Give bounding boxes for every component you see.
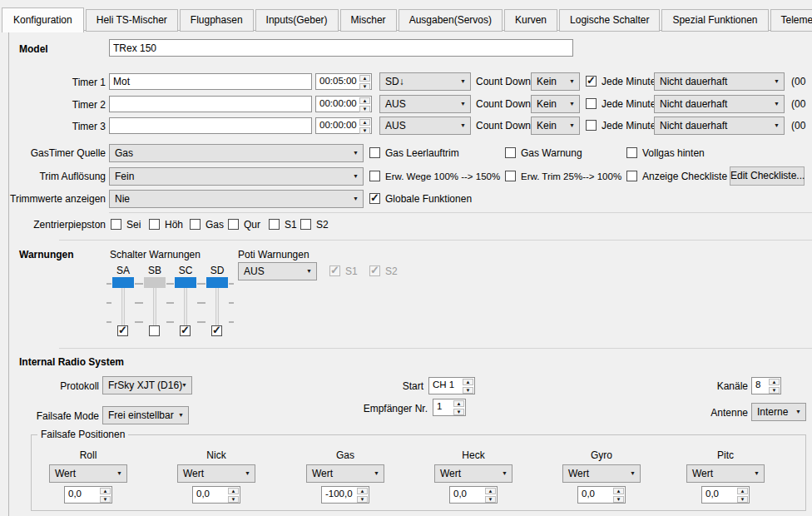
timer2-trigger-select[interactable]: AUS — [379, 95, 471, 113]
spinner-buttons[interactable]: ▲▼ — [612, 487, 625, 503]
switch-sc-warning-checkbox[interactable] — [180, 325, 191, 336]
tab-telemetrie[interactable]: Telemetrie — [770, 9, 812, 32]
timer2-time-spinner[interactable]: 00:00:00 ▲▼ — [315, 96, 372, 112]
poti-warnungen-select[interactable]: AUS — [238, 262, 317, 280]
switch-sc-slider-handle[interactable] — [175, 277, 196, 288]
zentrier-qur-checkbox[interactable] — [228, 219, 239, 230]
tab-mischer[interactable]: Mischer — [340, 9, 397, 32]
switch-sa-slider-handle[interactable] — [112, 277, 134, 288]
timer2-minute-checkbox[interactable] — [586, 98, 597, 109]
tab-spezial-funktionen[interactable]: Spezial Funktionen — [661, 9, 768, 32]
zentrier-sei-checkbox[interactable] — [111, 219, 121, 230]
spinner-buttons[interactable]: ▲▼ — [359, 74, 371, 89]
timer1-countdown-select[interactable]: Kein — [531, 72, 580, 91]
failsafe-heck-value-spinner[interactable]: 0,0 ▲▼ — [449, 486, 498, 504]
failsafe-nick-mode-select[interactable]: Wert — [177, 464, 255, 483]
spinner-buttons[interactable]: ▲▼ — [227, 487, 240, 503]
zentrier-gas-checkbox[interactable] — [190, 219, 201, 230]
zentrier-hoeh-checkbox[interactable] — [149, 219, 160, 230]
switch-sb-slider-handle[interactable] — [144, 277, 166, 288]
switch-sa-warning-checkbox[interactable] — [117, 325, 128, 336]
failsafe-pitc-mode-select[interactable]: Wert — [686, 464, 765, 483]
gas-leerlauftrim-checkbox[interactable] — [369, 147, 380, 158]
failsafe-roll-mode-select[interactable]: Wert — [49, 464, 127, 483]
gas-warnung-checkbox[interactable] — [505, 147, 516, 158]
tab-ausgaben-servos[interactable]: Ausgaben(Servos) — [399, 9, 503, 32]
spinner-buttons[interactable]: ▲▼ — [768, 378, 780, 394]
timer3-countdown-select[interactable]: Kein — [531, 117, 580, 135]
spin-up-icon[interactable]: ▲ — [453, 400, 464, 407]
spin-down-icon[interactable]: ▼ — [359, 83, 370, 90]
spin-up-icon[interactable]: ▲ — [485, 488, 496, 494]
spin-down-icon[interactable]: ▼ — [613, 496, 624, 503]
spinner-buttons[interactable]: ▲▼ — [484, 487, 497, 503]
switch-sd-warning-checkbox[interactable] — [211, 325, 222, 336]
spin-up-icon[interactable]: ▲ — [359, 75, 370, 82]
spin-up-icon[interactable]: ▲ — [228, 488, 239, 494]
timer1-minute-checkbox[interactable] — [586, 76, 597, 87]
start-channel-spinner[interactable]: CH 1 ▲▼ — [428, 377, 475, 394]
trim-aufloesung-select[interactable]: Fein — [109, 167, 364, 186]
erw-wege-checkbox[interactable] — [369, 171, 380, 181]
kanaele-spinner[interactable]: 8 ▲▼ — [751, 377, 781, 394]
tab-konfiguration[interactable]: Konfiguration — [2, 7, 84, 32]
failsafe-mode-select[interactable]: Frei einstellbar — [102, 406, 189, 424]
gastimer-quelle-select[interactable]: Gas — [109, 144, 364, 162]
spin-up-icon[interactable]: ▲ — [463, 379, 473, 385]
spin-down-icon[interactable]: ▼ — [357, 496, 368, 503]
spinner-buttons[interactable]: ▲▼ — [453, 399, 465, 415]
tab-inputs-geber[interactable]: Inputs(Geber) — [255, 9, 339, 32]
timer2-name-input[interactable] — [109, 96, 312, 112]
timer1-time-spinner[interactable]: 00:05:00 ▲▼ — [315, 73, 372, 90]
spin-up-icon[interactable]: ▲ — [613, 488, 624, 494]
spin-down-icon[interactable]: ▼ — [453, 409, 464, 415]
tab-heli-ts-mischer[interactable]: Heli TS-Mischer — [86, 9, 178, 32]
empfaenger-nr-spinner[interactable]: 1 ▲▼ — [433, 399, 466, 416]
failsafe-roll-value-spinner[interactable]: 0,0 ▲▼ — [64, 486, 112, 504]
spinner-buttons[interactable]: ▲▼ — [356, 487, 369, 503]
failsafe-pitc-value-spinner[interactable]: 0,0 ▲▼ — [701, 486, 750, 504]
protokoll-select[interactable]: FrSky XJT (D16) — [102, 376, 192, 394]
failsafe-gas-value-spinner[interactable]: -100,0 ▲▼ — [321, 486, 369, 504]
timer1-persistence-select[interactable]: Nicht dauerhaft — [654, 72, 785, 91]
edit-checkliste-button[interactable]: Edit Checkliste... — [730, 166, 805, 186]
failsafe-nick-value-spinner[interactable]: 0,0 ▲▼ — [192, 486, 240, 504]
failsafe-gyro-mode-select[interactable]: Wert — [562, 464, 641, 483]
spin-up-icon[interactable]: ▲ — [737, 488, 748, 494]
failsafe-heck-mode-select[interactable]: Wert — [434, 464, 512, 483]
timer1-trigger-select[interactable]: SD↓ — [379, 72, 471, 91]
spin-down-icon[interactable]: ▼ — [100, 496, 111, 503]
spin-down-icon[interactable]: ▼ — [359, 127, 370, 134]
spin-down-icon[interactable]: ▼ — [485, 496, 496, 503]
spin-up-icon[interactable]: ▲ — [357, 488, 368, 494]
spinner-buttons[interactable]: ▲▼ — [736, 487, 749, 503]
switch-sb-warning-checkbox[interactable] — [149, 325, 160, 336]
spin-down-icon[interactable]: ▼ — [359, 106, 370, 112]
model-name-input[interactable] — [109, 39, 573, 57]
tab-logische-schalter[interactable]: Logische Schalter — [559, 9, 660, 32]
antenne-select[interactable]: Interne — [751, 403, 806, 421]
spinner-buttons[interactable]: ▲▼ — [359, 97, 371, 112]
spin-down-icon[interactable]: ▼ — [228, 496, 239, 503]
vollgas-hinten-checkbox[interactable] — [626, 147, 637, 158]
timer3-name-input[interactable] — [109, 117, 312, 134]
spin-down-icon[interactable]: ▼ — [769, 387, 780, 394]
tab-flugphasen[interactable]: Flugphasen — [180, 9, 254, 32]
switch-sd-slider-handle[interactable] — [206, 277, 228, 288]
timer2-persistence-select[interactable]: Nicht dauerhaft — [654, 95, 785, 113]
timer3-minute-checkbox[interactable] — [586, 120, 597, 131]
anzeige-checkliste-checkbox[interactable] — [626, 171, 637, 181]
erw-trim-checkbox[interactable] — [505, 171, 516, 181]
trimmwerte-anzeigen-select[interactable]: Nie — [109, 190, 364, 208]
spinner-buttons[interactable]: ▲▼ — [462, 378, 474, 394]
failsafe-gyro-value-spinner[interactable]: 0,0 ▲▼ — [577, 486, 626, 504]
spinner-buttons[interactable]: ▲▼ — [99, 487, 111, 503]
timer3-persistence-select[interactable]: Nicht dauerhaft — [654, 117, 785, 135]
spinner-buttons[interactable]: ▲▼ — [359, 118, 371, 133]
zentrier-s2-checkbox[interactable] — [300, 219, 311, 230]
spin-up-icon[interactable]: ▲ — [359, 119, 370, 126]
spin-down-icon[interactable]: ▼ — [737, 496, 748, 503]
timer3-trigger-select[interactable]: AUS — [379, 117, 471, 135]
globale-funktionen-checkbox[interactable] — [369, 193, 380, 204]
timer1-name-input[interactable] — [109, 73, 312, 90]
